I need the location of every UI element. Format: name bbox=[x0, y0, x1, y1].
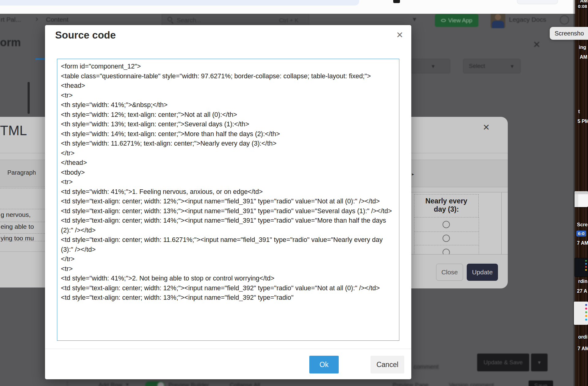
user-menu-label[interactable]: Legacy Docs bbox=[509, 16, 546, 23]
browser-tab-favicon-icon bbox=[393, 0, 400, 3]
toolbar-caret-icon[interactable]: ▸ bbox=[412, 172, 414, 176]
editor-toolbar: Paragraph bbox=[0, 160, 45, 187]
save-button[interactable]: Save bbox=[529, 380, 553, 386]
desktop-file-label: 0:08 bbox=[577, 4, 588, 9]
cancel-button[interactable]: Cancel bbox=[371, 356, 404, 373]
view-app-label: View App bbox=[448, 17, 473, 24]
desktop-file-thumbnail[interactable] bbox=[574, 302, 588, 325]
screenshot-tooltip: Screensho bbox=[550, 27, 588, 40]
source-code-modal: Source code ✕ <form id="component_12"> <… bbox=[45, 25, 411, 379]
html-modal-title-fragment: TML bbox=[0, 123, 27, 138]
modal-title: Source code bbox=[55, 29, 116, 41]
preview-builder-label: Preview Builder bbox=[168, 382, 209, 386]
desktop-file-label: AM bbox=[580, 0, 588, 4]
desktop-file-label: ordi bbox=[578, 334, 587, 340]
comment-placeholder[interactable]: comment bbox=[413, 363, 439, 370]
dropdown-caret-icon: ▾ bbox=[511, 63, 514, 70]
html-modal-update-button[interactable]: Update bbox=[467, 264, 498, 281]
desktop-file-label: AM bbox=[580, 54, 587, 60]
html-edit-modal-left: TML Paragraph g nervous, eing able to yi… bbox=[0, 117, 45, 288]
desktop-file-thumbnail[interactable] bbox=[575, 191, 588, 207]
browser-secondary-tab[interactable] bbox=[517, 0, 558, 4]
radio-button[interactable] bbox=[443, 221, 450, 228]
form-heading-fragment: orm bbox=[0, 36, 21, 49]
desktop-file-label: t bbox=[578, 109, 580, 114]
desktop-file-label: 7 AM bbox=[577, 240, 588, 246]
breadcrumb-item-content[interactable]: Content bbox=[46, 16, 69, 23]
modal-footer: Ok Cancel bbox=[45, 349, 411, 379]
add-row-button[interactable]: Add Row bbox=[99, 382, 122, 386]
tooltip-label: Screensho bbox=[555, 30, 584, 37]
table-header-cell[interactable]: Nearly every day (3): bbox=[414, 194, 479, 217]
avatar[interactable] bbox=[491, 12, 505, 28]
browser-chrome bbox=[0, 0, 575, 14]
active-tab-indicator bbox=[35, 58, 45, 60]
search-icon bbox=[168, 17, 172, 21]
radio-button[interactable] bbox=[443, 249, 450, 254]
source-code-textarea[interactable]: <form id="component_12"> <table class="q… bbox=[57, 59, 399, 341]
editor-toolbar: ▸ bbox=[411, 160, 508, 187]
update-save-caret-button[interactable]: ▾ bbox=[531, 354, 548, 371]
header-chevron-icon[interactable]: ▾ bbox=[413, 15, 416, 23]
view-app-button[interactable]: View App bbox=[435, 14, 478, 27]
preview-header-line2: day (3): bbox=[414, 205, 478, 213]
search-shortcut: Ctrl + K bbox=[279, 17, 299, 24]
editor-text-fragment: g nervous, bbox=[1, 211, 31, 218]
select-placeholder: Select bbox=[469, 63, 485, 69]
paragraph-dropdown[interactable]: Paragraph bbox=[7, 169, 36, 176]
desktop-file-label-selected[interactable]: 6-0 bbox=[576, 231, 586, 236]
help-circle-icon[interactable] bbox=[560, 15, 569, 24]
questionnaire-table-preview: Nearly every day (3): bbox=[411, 192, 508, 254]
html-edit-modal-right: ✕ ▸ Nearly every day (3): Close Update bbox=[411, 117, 508, 288]
preview-builder-toggle[interactable] bbox=[145, 381, 165, 386]
desktop-file-label: Scre bbox=[577, 222, 588, 228]
panel-close-icon[interactable]: ✕ bbox=[533, 39, 541, 50]
radio-button[interactable] bbox=[443, 235, 450, 242]
ok-button[interactable]: Ok bbox=[309, 356, 339, 373]
desktop-strip: AM 0:08 ing AM t 5 PM Scre 6-0 7 AM rdin… bbox=[575, 0, 588, 386]
desktop-file-thumbnail[interactable] bbox=[575, 258, 588, 277]
html-modal-close-icon[interactable]: ✕ bbox=[483, 122, 490, 132]
desktop-file-label: 7 AM bbox=[578, 346, 588, 351]
modal-close-icon[interactable]: ✕ bbox=[396, 30, 403, 40]
editor-text-fragment: eing able to bbox=[1, 223, 34, 230]
scroll-indicator[interactable] bbox=[28, 82, 30, 114]
search-placeholder: Search... bbox=[177, 17, 201, 24]
preview-header-line1: Nearly every bbox=[414, 197, 478, 205]
html-modal-close-button[interactable]: Close bbox=[436, 264, 463, 281]
screen: rt Pal... › Content Search... Ctrl + K ▾… bbox=[0, 0, 588, 386]
field-dropdown-2[interactable]: Select ▾ bbox=[463, 59, 521, 73]
eye-icon bbox=[441, 19, 446, 22]
dropdown-caret-icon: ▾ bbox=[432, 63, 435, 70]
version-comment-label: Version comment bbox=[449, 382, 494, 386]
overflow-menu-icon[interactable]: ⋮ bbox=[64, 380, 70, 386]
preview-page-button[interactable]: Preview Page bbox=[393, 382, 428, 386]
breadcrumb-chevron-icon: › bbox=[36, 14, 38, 24]
breadcrumb[interactable]: rt Pal... bbox=[1, 16, 21, 23]
desktop-file-label: 27 A bbox=[577, 288, 587, 294]
browser-active-tab[interactable] bbox=[0, 0, 359, 6]
desktop-file-label: ing bbox=[579, 45, 586, 50]
update-save-button[interactable]: Update & Save bbox=[477, 354, 529, 371]
desktop-file-label: 5 PM bbox=[578, 119, 588, 124]
desktop-file-label: rdin bbox=[578, 279, 587, 284]
collapse-all-button[interactable]: Collapse All bbox=[230, 382, 260, 386]
add-row-caret-icon: ▾ bbox=[126, 382, 129, 386]
